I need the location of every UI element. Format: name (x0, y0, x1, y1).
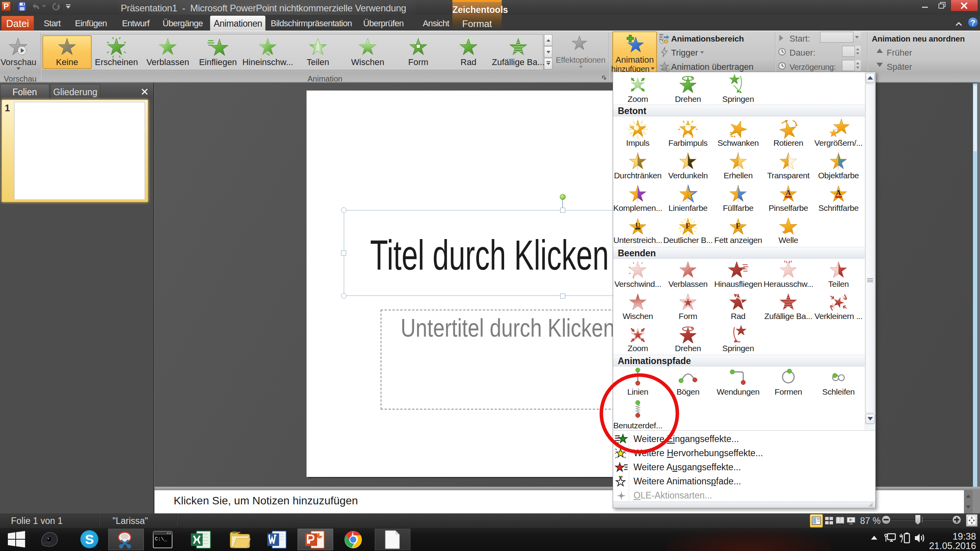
svg-text:C:\_: C:\_ (155, 536, 167, 542)
svg-text:A: A (786, 188, 791, 197)
svg-text:A: A (836, 188, 841, 197)
svg-text:U: U (635, 221, 641, 229)
svg-text:F: F (736, 222, 740, 230)
svg-text:F: F (686, 222, 690, 230)
